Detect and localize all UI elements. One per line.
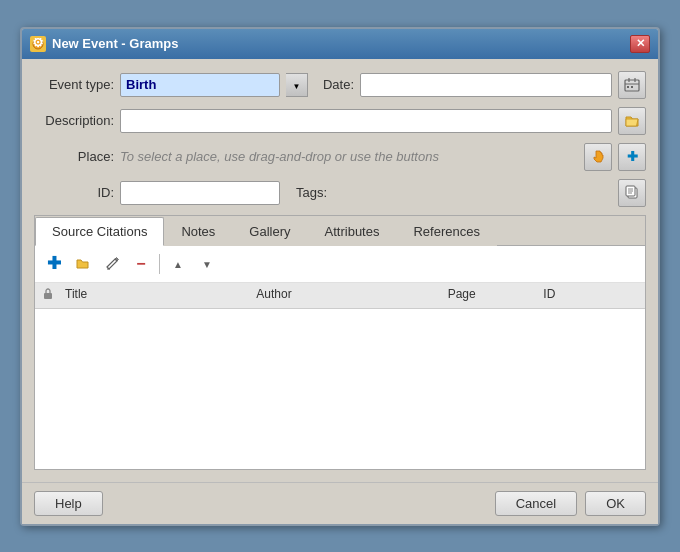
remove-citation-button[interactable]: − — [128, 251, 154, 277]
svg-rect-2 — [625, 80, 639, 91]
add-icon: ✚ — [47, 255, 61, 272]
move-up-button[interactable] — [165, 251, 191, 277]
main-window: ⚙ New Event - Gramps ✕ Event type: Date: — [20, 27, 660, 526]
event-type-dropdown[interactable] — [286, 73, 308, 97]
plus-icon: ✚ — [627, 149, 638, 164]
calendar-icon — [624, 77, 640, 93]
copy-button[interactable] — [618, 179, 646, 207]
toolbar-divider — [159, 254, 160, 274]
hand-pointer-icon — [590, 149, 606, 165]
folder-select-icon — [75, 256, 91, 272]
description-input[interactable] — [120, 109, 612, 133]
tab-source-citations[interactable]: Source Citations — [35, 217, 164, 246]
title-bar: ⚙ New Event - Gramps ✕ — [22, 29, 658, 59]
copy-icon — [625, 185, 640, 200]
tab-notes[interactable]: Notes — [164, 217, 232, 246]
col-header-id: ID — [543, 287, 639, 304]
col-header-page: Page — [448, 287, 544, 304]
tab-gallery[interactable]: Gallery — [232, 217, 307, 246]
col-header-author: Author — [256, 287, 447, 304]
place-label: Place: — [34, 149, 114, 164]
place-add-button[interactable]: ✚ — [618, 143, 646, 171]
svg-rect-6 — [627, 86, 629, 88]
ok-button[interactable]: OK — [585, 491, 646, 516]
event-type-label: Event type: — [34, 77, 114, 92]
table-body — [35, 309, 645, 469]
svg-rect-14 — [44, 293, 52, 299]
place-row: Place: To select a place, use drag-and-d… — [34, 143, 646, 171]
description-row: Description: — [34, 107, 646, 135]
cancel-button[interactable]: Cancel — [495, 491, 577, 516]
edit-citation-button[interactable] — [99, 251, 125, 277]
event-type-row: Event type: Date: — [34, 71, 646, 99]
date-label: Date: — [314, 77, 354, 92]
arrow-down-icon — [202, 256, 212, 271]
id-row: ID: Tags: — [34, 179, 646, 207]
add-citation-button[interactable]: ✚ — [41, 251, 67, 277]
title-bar-left: ⚙ New Event - Gramps — [30, 36, 178, 52]
col-header-title: Title — [65, 287, 256, 304]
id-input[interactable] — [120, 181, 280, 205]
table-header: Title Author Page ID — [35, 283, 645, 309]
place-hint: To select a place, use drag-and-drop or … — [120, 149, 578, 164]
place-select-button[interactable] — [584, 143, 612, 171]
arrow-up-icon — [173, 256, 183, 271]
close-button[interactable]: ✕ — [630, 35, 650, 53]
folder-open-icon — [624, 113, 640, 129]
tab-references[interactable]: References — [396, 217, 496, 246]
form-content: Event type: Date: Description: — [22, 59, 658, 482]
svg-text:⚙: ⚙ — [32, 38, 44, 50]
event-type-input[interactable] — [120, 73, 280, 97]
svg-rect-7 — [631, 86, 633, 88]
move-down-button[interactable] — [194, 251, 220, 277]
chevron-down-icon — [293, 77, 301, 92]
right-buttons: Cancel OK — [495, 491, 646, 516]
description-label: Description: — [34, 113, 114, 128]
window-title: New Event - Gramps — [52, 36, 178, 51]
minus-icon: − — [136, 256, 145, 272]
description-select-button[interactable] — [618, 107, 646, 135]
app-icon: ⚙ — [30, 36, 46, 52]
tags-label: Tags: — [296, 185, 327, 200]
id-label: ID: — [34, 185, 114, 200]
lock-header-icon — [41, 287, 55, 301]
tabs-header: Source Citations Notes Gallery Attribute… — [35, 216, 645, 246]
help-button[interactable]: Help — [34, 491, 103, 516]
select-citation-button[interactable] — [70, 251, 96, 277]
date-input[interactable] — [360, 73, 612, 97]
edit-icon — [105, 256, 120, 271]
col-header-lock — [41, 287, 65, 304]
date-edit-button[interactable] — [618, 71, 646, 99]
tab-toolbar: ✚ − — [35, 246, 645, 283]
tab-attributes[interactable]: Attributes — [308, 217, 397, 246]
tabs-container: Source Citations Notes Gallery Attribute… — [34, 215, 646, 470]
bottom-bar: Help Cancel OK — [22, 482, 658, 524]
